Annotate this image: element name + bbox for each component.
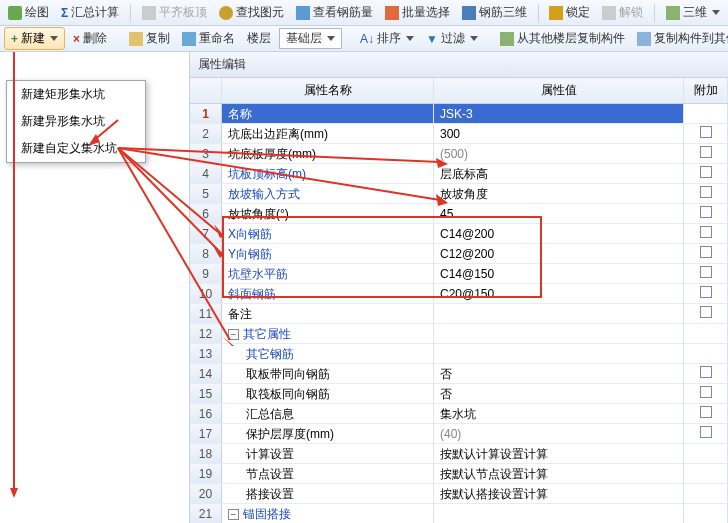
property-row[interactable]: 20搭接设置按默认搭接设置计算 bbox=[190, 484, 728, 504]
name-cell[interactable]: 名称 bbox=[222, 104, 434, 123]
name-cell[interactable]: 坑壁水平筋 bbox=[222, 264, 434, 283]
property-row[interactable]: 10斜面钢筋C20@150 bbox=[190, 284, 728, 304]
value-cell[interactable]: (40) bbox=[434, 424, 684, 443]
name-cell[interactable]: −其它属性 bbox=[222, 324, 434, 343]
tri-view-button[interactable]: 三维 bbox=[662, 2, 724, 23]
property-row[interactable]: 3坑底板厚度(mm)(500) bbox=[190, 144, 728, 164]
value-cell[interactable]: 否 bbox=[434, 384, 684, 403]
name-cell[interactable]: 备注 bbox=[222, 304, 434, 323]
value-cell[interactable] bbox=[434, 324, 684, 343]
value-cell[interactable]: 层底标高 bbox=[434, 164, 684, 183]
extra-checkbox[interactable] bbox=[700, 206, 712, 218]
extra-checkbox[interactable] bbox=[700, 126, 712, 138]
menu-custom-sump[interactable]: 新建自定义集水坑 bbox=[7, 135, 145, 162]
delete-button[interactable]: ×删除 bbox=[69, 28, 111, 49]
extra-checkbox[interactable] bbox=[700, 246, 712, 258]
property-row[interactable]: 9坑壁水平筋C14@150 bbox=[190, 264, 728, 284]
value-cell[interactable]: 按默认节点设置计算 bbox=[434, 464, 684, 483]
extra-cell[interactable] bbox=[684, 424, 728, 443]
extra-cell[interactable] bbox=[684, 324, 728, 343]
floor-select[interactable]: 基础层 bbox=[279, 28, 342, 49]
value-cell[interactable] bbox=[434, 304, 684, 323]
extra-cell[interactable] bbox=[684, 124, 728, 143]
extra-cell[interactable] bbox=[684, 484, 728, 503]
extra-cell[interactable] bbox=[684, 284, 728, 303]
property-row[interactable]: 12−其它属性 bbox=[190, 324, 728, 344]
property-row[interactable]: 8Y向钢筋C12@200 bbox=[190, 244, 728, 264]
extra-checkbox[interactable] bbox=[700, 146, 712, 158]
floor-label[interactable]: 楼层 bbox=[243, 28, 275, 49]
value-cell[interactable] bbox=[434, 344, 684, 363]
value-cell[interactable]: 放坡角度 bbox=[434, 184, 684, 203]
extra-cell[interactable] bbox=[684, 184, 728, 203]
name-cell[interactable]: 节点设置 bbox=[222, 464, 434, 483]
name-cell[interactable]: 坑板顶标高(m) bbox=[222, 164, 434, 183]
property-row[interactable]: 4坑板顶标高(m)层底标高 bbox=[190, 164, 728, 184]
copy-to-button[interactable]: 复制构件到其他楼层 bbox=[633, 28, 728, 49]
rebar-3d-button[interactable]: 钢筋三维 bbox=[458, 2, 531, 23]
name-cell[interactable]: 取筏板同向钢筋 bbox=[222, 384, 434, 403]
name-cell[interactable]: X向钢筋 bbox=[222, 224, 434, 243]
name-cell[interactable]: 放坡输入方式 bbox=[222, 184, 434, 203]
menu-rect-sump[interactable]: 新建矩形集水坑 bbox=[7, 81, 145, 108]
property-row[interactable]: 18计算设置按默认计算设置计算 bbox=[190, 444, 728, 464]
extra-cell[interactable] bbox=[684, 144, 728, 163]
name-cell[interactable]: 坑底出边距离(mm) bbox=[222, 124, 434, 143]
collapse-icon[interactable]: − bbox=[228, 329, 239, 340]
extra-cell[interactable] bbox=[684, 264, 728, 283]
extra-cell[interactable] bbox=[684, 104, 728, 123]
property-row[interactable]: 16汇总信息集水坑 bbox=[190, 404, 728, 424]
batch-select-button[interactable]: 批量选择 bbox=[381, 2, 454, 23]
value-cell[interactable]: 45 bbox=[434, 204, 684, 223]
extra-checkbox[interactable] bbox=[700, 366, 712, 378]
name-cell[interactable]: 坑底板厚度(mm) bbox=[222, 144, 434, 163]
copy-button[interactable]: 复制 bbox=[125, 28, 174, 49]
property-row[interactable]: 19节点设置按默认节点设置计算 bbox=[190, 464, 728, 484]
name-cell[interactable]: Y向钢筋 bbox=[222, 244, 434, 263]
property-row[interactable]: 6放坡角度(°)45 bbox=[190, 204, 728, 224]
name-cell[interactable]: 保护层厚度(mm) bbox=[222, 424, 434, 443]
name-cell[interactable]: −锚固搭接 bbox=[222, 504, 434, 523]
sum-button[interactable]: Σ汇总计算 bbox=[57, 2, 123, 23]
value-cell[interactable] bbox=[434, 504, 684, 523]
view-rebar-button[interactable]: 查看钢筋量 bbox=[292, 2, 377, 23]
property-row[interactable]: 14取板带同向钢筋否 bbox=[190, 364, 728, 384]
collapse-icon[interactable]: − bbox=[228, 509, 239, 520]
rename-button[interactable]: 重命名 bbox=[178, 28, 239, 49]
name-cell[interactable]: 搭接设置 bbox=[222, 484, 434, 503]
value-cell[interactable]: C14@200 bbox=[434, 224, 684, 243]
value-cell[interactable]: C20@150 bbox=[434, 284, 684, 303]
name-cell[interactable]: 放坡角度(°) bbox=[222, 204, 434, 223]
name-cell[interactable]: 其它钢筋 bbox=[222, 344, 434, 363]
value-cell[interactable]: JSK-3 bbox=[434, 104, 684, 123]
menu-irregular-sump[interactable]: 新建异形集水坑 bbox=[7, 108, 145, 135]
extra-cell[interactable] bbox=[684, 164, 728, 183]
property-row[interactable]: 13其它钢筋 bbox=[190, 344, 728, 364]
value-cell[interactable]: 按默认搭接设置计算 bbox=[434, 484, 684, 503]
value-cell[interactable]: 集水坑 bbox=[434, 404, 684, 423]
extra-cell[interactable] bbox=[684, 404, 728, 423]
extra-cell[interactable] bbox=[684, 504, 728, 523]
copy-from-button[interactable]: 从其他楼层复制构件 bbox=[496, 28, 629, 49]
value-cell[interactable]: 300 bbox=[434, 124, 684, 143]
extra-checkbox[interactable] bbox=[700, 306, 712, 318]
find-elem-button[interactable]: 查找图元 bbox=[215, 2, 288, 23]
extra-checkbox[interactable] bbox=[700, 266, 712, 278]
extra-checkbox[interactable] bbox=[700, 286, 712, 298]
extra-cell[interactable] bbox=[684, 244, 728, 263]
extra-cell[interactable] bbox=[684, 344, 728, 363]
extra-cell[interactable] bbox=[684, 224, 728, 243]
name-cell[interactable]: 计算设置 bbox=[222, 444, 434, 463]
property-row[interactable]: 21−锚固搭接 bbox=[190, 504, 728, 523]
new-split-button[interactable]: + 新建 bbox=[4, 27, 65, 50]
extra-cell[interactable] bbox=[684, 464, 728, 483]
sort-button[interactable]: A↓排序 bbox=[356, 28, 418, 49]
property-row[interactable]: 1名称JSK-3 bbox=[190, 104, 728, 124]
extra-cell[interactable] bbox=[684, 384, 728, 403]
property-row[interactable]: 15取筏板同向钢筋否 bbox=[190, 384, 728, 404]
property-row[interactable]: 5放坡输入方式放坡角度 bbox=[190, 184, 728, 204]
property-row[interactable]: 7X向钢筋C14@200 bbox=[190, 224, 728, 244]
name-cell[interactable]: 汇总信息 bbox=[222, 404, 434, 423]
property-row[interactable]: 11备注 bbox=[190, 304, 728, 324]
value-cell[interactable]: (500) bbox=[434, 144, 684, 163]
